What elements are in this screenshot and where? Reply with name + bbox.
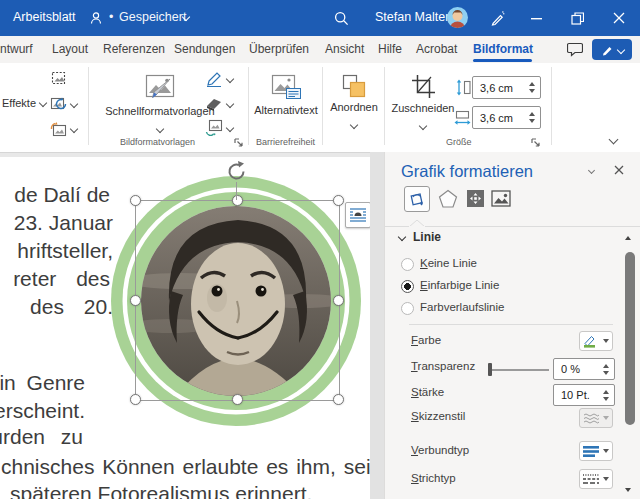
line-section-title[interactable]: Linie xyxy=(413,230,441,244)
saved-bullet: • xyxy=(109,10,113,24)
transparency-field[interactable]: 0 % xyxy=(553,358,615,380)
minimize-button[interactable] xyxy=(522,5,552,31)
weight-spinner[interactable] xyxy=(603,390,614,401)
chevron-down-icon xyxy=(350,121,358,129)
pane-scrollbar-thumb[interactable] xyxy=(625,252,635,425)
doc-text-line[interactable]: späteren Fotorealismus erinnert. xyxy=(10,482,312,499)
transparency-spinner[interactable] xyxy=(603,364,614,375)
doc-text-line[interactable]: 23. Januar xyxy=(14,211,113,235)
dash-type-label: Strichtyp xyxy=(411,472,456,484)
section-collapse-icon[interactable] xyxy=(398,233,406,241)
tab-referenzen[interactable]: Referenzen xyxy=(103,42,165,56)
radio-label-einfarbige-linie[interactable]: Einfarbige Linie xyxy=(420,279,499,291)
chevron-down-icon xyxy=(70,125,78,133)
line-color-button[interactable] xyxy=(579,331,613,351)
radio-keine-linie[interactable] xyxy=(401,258,414,271)
picture-layout-button[interactable] xyxy=(205,119,233,136)
pane-tab-layout-properties[interactable] xyxy=(463,186,487,210)
editor-button[interactable] xyxy=(482,5,512,31)
shape-height-field[interactable]: 3,6 cm xyxy=(472,76,541,99)
radio-farbverlaufslinie[interactable] xyxy=(401,302,414,315)
sketch-style-icon xyxy=(583,412,599,424)
height-spinner[interactable] xyxy=(529,82,540,93)
pane-tab-fill-line[interactable] xyxy=(404,186,430,212)
doc-text-line[interactable]: wurden zu xyxy=(0,425,83,449)
document-title[interactable]: Arbeitsblatt xyxy=(13,10,76,24)
dash-type-button[interactable] xyxy=(579,469,613,489)
pane-tab-picture[interactable] xyxy=(489,186,513,210)
group-divider xyxy=(551,67,552,145)
doc-text-line[interactable]: de Dalí de xyxy=(14,183,110,207)
restore-button[interactable] xyxy=(562,5,592,31)
tab-ueberpruefen[interactable]: Überprüfen xyxy=(249,42,309,56)
line-color-icon xyxy=(583,335,597,348)
tab-ansicht[interactable]: Ansicht xyxy=(325,42,364,56)
layout-options-button[interactable] xyxy=(345,202,371,228)
picture-corrections-button[interactable] xyxy=(50,96,77,112)
share-button[interactable] xyxy=(592,39,632,60)
size-dialog-launcher-icon[interactable] xyxy=(531,138,540,147)
tab-entwurf[interactable]: Entwurf xyxy=(0,42,33,56)
chevron-down-icon xyxy=(603,449,609,453)
weight-field[interactable]: 10 Pt. xyxy=(553,384,615,406)
comments-button[interactable] xyxy=(564,40,586,59)
pane-tab-effects[interactable] xyxy=(436,186,460,210)
resize-handle-n[interactable] xyxy=(232,195,243,206)
pane-close-icon[interactable] xyxy=(614,165,624,175)
alt-text-button[interactable]: Alternativtext xyxy=(250,69,322,143)
resize-handle-se[interactable] xyxy=(333,394,344,405)
picture-effects-dropdown[interactable]: Effekte xyxy=(2,97,46,109)
color-label: Farbe xyxy=(411,334,441,346)
doc-text-line[interactable]: reter des xyxy=(13,267,110,291)
resize-handle-ne[interactable] xyxy=(333,195,344,206)
transparency-slider-thumb[interactable] xyxy=(488,363,492,376)
transparency-label: Transparenz xyxy=(411,360,475,372)
doc-text-line[interactable]: hriftsteller, xyxy=(17,239,113,263)
layout-options-icon xyxy=(349,207,367,223)
rotate-handle-icon[interactable] xyxy=(225,160,248,183)
tab-sendungen[interactable]: Sendungen xyxy=(174,42,235,56)
styles-dialog-launcher-icon[interactable] xyxy=(234,138,243,147)
picture-layout-icon xyxy=(205,119,223,136)
reset-picture-button[interactable] xyxy=(50,121,77,137)
resize-handle-sw[interactable] xyxy=(130,394,141,405)
word-window: { "titlebar": { "doc_title": "Arbeitsbla… xyxy=(0,0,640,499)
radio-label-keine-linie[interactable]: Keine Linie xyxy=(420,257,477,269)
tab-acrobat[interactable]: Acrobat xyxy=(416,42,457,56)
search-icon xyxy=(334,11,349,26)
document-page[interactable]: de Dalí de 23. Januar hriftsteller, rete… xyxy=(0,157,370,499)
sketch-style-button[interactable] xyxy=(579,408,613,428)
transparency-slider-track[interactable] xyxy=(491,369,549,371)
doc-text-line[interactable]: ein Genre xyxy=(0,371,85,395)
tab-hilfe[interactable]: Hilfe xyxy=(378,42,402,56)
resize-handle-s[interactable] xyxy=(232,394,243,405)
join-type-button[interactable] xyxy=(579,441,613,461)
resize-handle-nw[interactable] xyxy=(130,195,141,206)
pane-options-icon[interactable] xyxy=(588,167,595,174)
collapse-ribbon-icon[interactable] xyxy=(609,135,619,145)
radio-einfarbige-linie[interactable] xyxy=(401,280,414,293)
search-button[interactable] xyxy=(326,5,356,31)
tab-layout[interactable]: Layout xyxy=(52,42,88,56)
doc-text-line[interactable]: chnisches Können erlaubte es ihm, seine xyxy=(1,455,394,479)
remove-background-button[interactable] xyxy=(50,70,67,86)
shape-width-field[interactable]: 3,6 cm xyxy=(472,106,541,129)
arrange-button[interactable]: Anordnen xyxy=(326,69,382,143)
tab-bildformat[interactable]: Bildformat xyxy=(473,42,533,56)
saved-status[interactable]: Gespeichert xyxy=(119,10,186,24)
picture-border-button[interactable] xyxy=(205,71,233,87)
resize-handle-w[interactable] xyxy=(130,295,141,306)
chevron-down-icon xyxy=(70,100,78,108)
join-type-icon xyxy=(583,445,599,458)
width-spinner[interactable] xyxy=(529,112,540,123)
crop-button[interactable]: Zuschneiden xyxy=(390,69,456,143)
doc-text-line[interactable]: des 20. xyxy=(30,295,113,319)
avatar[interactable] xyxy=(447,7,468,28)
doc-text-line[interactable]: erscheint. xyxy=(0,399,85,423)
picture-effects-button[interactable] xyxy=(205,97,233,111)
scroll-up-arrow[interactable] xyxy=(625,236,631,240)
radio-label-farbverlaufslinie[interactable]: Farbverlaufslinie xyxy=(420,301,504,313)
scroll-down-arrow[interactable] xyxy=(625,488,631,492)
close-button[interactable] xyxy=(604,5,634,31)
resize-handle-e[interactable] xyxy=(333,295,344,306)
